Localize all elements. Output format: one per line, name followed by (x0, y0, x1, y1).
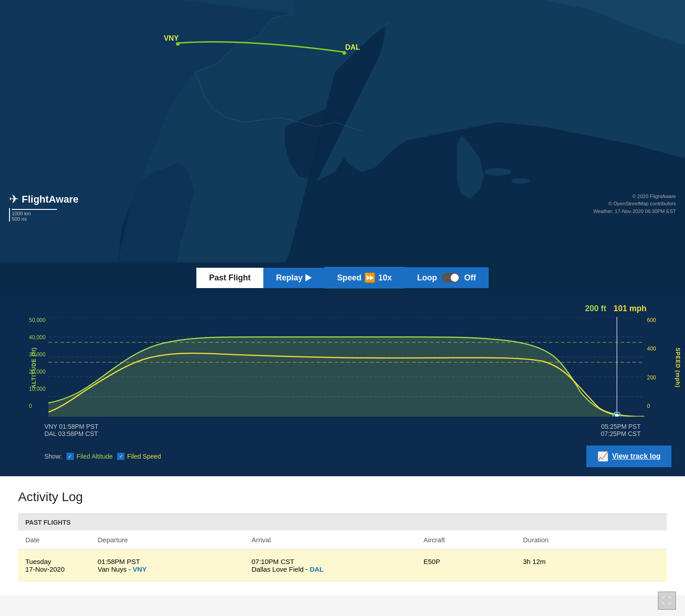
start-time-top: VNY 01:58PM PST (44, 423, 99, 430)
filed-speed-check[interactable]: ✓ Filed Speed (117, 453, 161, 460)
speed-axis-label: SPEED (mph) (675, 348, 681, 388)
svg-point-3 (176, 42, 180, 46)
svg-point-4 (342, 51, 346, 55)
speed-button[interactable]: Speed ⏩ 10x (324, 267, 404, 289)
replay-button[interactable]: Replay (263, 268, 324, 288)
chart-section: 200 ft 101 mph ALTITUDE (ft) 50,000 40,0… (0, 295, 685, 476)
show-controls: Show: ✓ Filed Altitude ✓ Filed Speed (44, 453, 161, 460)
chart-footer: VNY 01:58PM PST DAL 03:58PM CST 05:25PM … (14, 423, 671, 437)
filed-altitude-checkbox[interactable]: ✓ (67, 453, 74, 460)
track-log-icon: 📈 (597, 451, 609, 462)
logo-text: FlightAware (22, 194, 79, 205)
activity-log-title: Activity Log (18, 490, 667, 504)
table-row: Tuesday 17-Nov-2020 01:58PM PST Van Nuys… (18, 550, 667, 582)
filed-altitude-check[interactable]: ✓ Filed Altitude (67, 453, 113, 460)
col-aircraft: Aircraft (423, 536, 523, 544)
chart-wrapper: ALTITUDE (ft) 50,000 40,000 30,000 20,00… (14, 317, 671, 418)
end-time-top: 05:25PM PST (601, 423, 641, 430)
col-date: Date (25, 536, 98, 544)
end-time-bottom: 07:25PM CST (601, 430, 641, 437)
vny-link[interactable]: VNY (133, 565, 147, 573)
loop-state: Off (464, 273, 476, 283)
copyright-info: © 2020 FlightAware © OpenStreetMap contr… (593, 193, 676, 215)
speed-y-axis: 600 400 200 0 (647, 317, 656, 418)
start-time-bottom: DAL 03:58PM CST (44, 430, 99, 437)
replay-label: Replay (276, 273, 303, 283)
chart-show-row: Show: ✓ Filed Altitude ✓ Filed Speed 📈 V… (14, 445, 671, 467)
start-times: VNY 01:58PM PST DAL 03:58PM CST (44, 423, 99, 437)
past-flights-section: PAST FLIGHTS Date Departure Arrival Airc… (18, 513, 667, 582)
view-track-log-label: View track log (612, 452, 661, 460)
play-icon (305, 274, 312, 281)
svg-text:VNY: VNY (164, 34, 179, 42)
table-header-row: Date Departure Arrival Aircraft Duration (18, 531, 667, 550)
speed-value: 10x (378, 273, 392, 283)
fullscreen-button[interactable]: ⛶ (658, 592, 676, 595)
row-date: Tuesday 17-Nov-2020 (25, 558, 98, 573)
fast-forward-icon: ⏩ (364, 272, 376, 283)
loop-label: Loop (417, 273, 437, 283)
altitude-axis-label-container: ALTITUDE (ft) (14, 317, 27, 418)
show-label: Show: (44, 453, 62, 460)
svg-point-5 (484, 168, 511, 175)
svg-text:DAL: DAL (345, 43, 360, 51)
col-duration: Duration (523, 536, 660, 544)
scale-bar: 1000 km 500 mi (9, 208, 57, 222)
controls-bar: Past Flight Replay Speed ⏩ 10x Loop Off … (0, 262, 685, 295)
row-departure: 01:58PM PST Van Nuys - VNY (98, 558, 252, 573)
map-container: VNY DAL ✈ FlightAware 1000 km 500 mi © 2… (0, 0, 685, 262)
loop-button[interactable]: Loop Off (404, 267, 489, 288)
col-departure: Departure (98, 536, 252, 544)
activity-log: Activity Log PAST FLIGHTS Date Departure… (0, 476, 685, 595)
speed-indicator: 101 mph (614, 304, 647, 313)
svg-point-6 (511, 178, 529, 184)
flightaware-logo: ✈ FlightAware 1000 km 500 mi (9, 192, 79, 222)
chart-svg-container (48, 317, 644, 418)
col-arrival: Arrival (252, 536, 423, 544)
speed-label: Speed (337, 273, 362, 283)
past-flight-button[interactable]: Past Flight (196, 268, 263, 288)
row-arrival: 07:10PM CST Dallas Love Field - DAL (252, 558, 423, 573)
altitude-axis-label: ALTITUDE (ft) (31, 347, 37, 389)
chart-header: 200 ft 101 mph (14, 304, 671, 313)
speed-axis-label-container: SPEED (mph) (658, 317, 671, 418)
filed-altitude-label: Filed Altitude (76, 453, 113, 460)
plane-icon: ✈ (9, 192, 19, 206)
controls-inner: Past Flight Replay Speed ⏩ 10x Loop Off (196, 267, 489, 289)
filed-speed-label: Filed Speed (127, 453, 161, 460)
view-track-log-button[interactable]: 📈 View track log (586, 445, 671, 467)
row-duration: 3h 12m (523, 558, 660, 573)
loop-toggle[interactable] (442, 273, 460, 283)
altitude-indicator: 200 ft (585, 304, 606, 313)
dal-link[interactable]: DAL (309, 565, 323, 573)
filed-speed-checkbox[interactable]: ✓ (117, 453, 124, 460)
end-times: 05:25PM PST 07:25PM CST (601, 423, 641, 437)
row-aircraft: E50P (423, 558, 523, 573)
past-flights-header: PAST FLIGHTS (18, 514, 667, 531)
